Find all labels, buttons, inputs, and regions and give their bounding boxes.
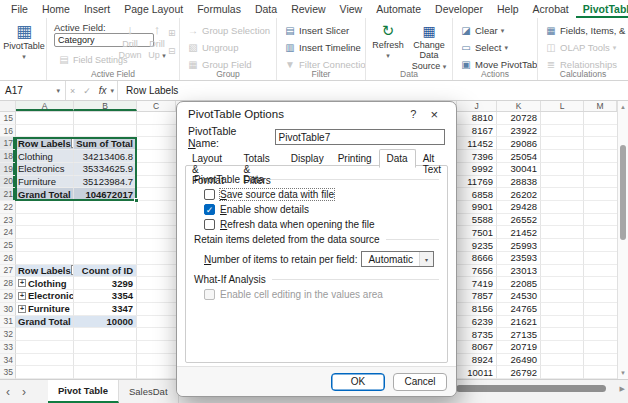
retain-items-dropdown[interactable]: Automatic ▾ — [361, 251, 433, 267]
cell-j16[interactable]: 8167 — [457, 125, 497, 138]
cell-j29[interactable]: 7857 — [457, 290, 497, 303]
cell-c23[interactable] — [137, 214, 176, 227]
row-header-24[interactable]: 24 — [0, 226, 16, 239]
cell-c29[interactable] — [137, 290, 176, 303]
cell-a27[interactable]: Row Labels▾ — [16, 265, 74, 278]
cell-m20[interactable] — [584, 176, 617, 189]
row-header-28[interactable]: 28 — [0, 277, 16, 290]
cell-a31[interactable]: Grand Total — [16, 316, 74, 329]
refresh-button[interactable]: ↻ Refresh ▾ — [370, 22, 406, 60]
cell-m27[interactable] — [584, 265, 617, 278]
name-box[interactable]: A17 ▾ — [0, 81, 66, 100]
save-source-data-with-file-checkbox[interactable]: Save source data with file — [204, 189, 439, 200]
ok-button[interactable]: OK — [331, 373, 385, 391]
cell-j30[interactable]: 8156 — [457, 303, 497, 316]
column-header-l[interactable]: L — [541, 101, 584, 111]
cell-b24[interactable] — [74, 226, 137, 239]
cell-m29[interactable] — [584, 290, 617, 303]
cell-b20[interactable]: 35123984.7 — [74, 176, 137, 189]
cell-j17[interactable]: 11452 — [457, 137, 497, 150]
cell-k31[interactable]: 21621 — [497, 316, 541, 329]
cell-j18[interactable]: 7396 — [457, 150, 497, 163]
cell-m24[interactable] — [584, 226, 617, 239]
cell-m23[interactable] — [584, 214, 617, 227]
cell-a15[interactable] — [16, 112, 74, 125]
cell-c31[interactable] — [137, 316, 176, 329]
cell-l16[interactable] — [541, 125, 584, 138]
column-header-c[interactable]: C — [137, 101, 176, 111]
dialog-tab-printing[interactable]: Printing — [331, 151, 379, 167]
cell-a29[interactable]: +Electronics — [16, 290, 74, 303]
cell-b29[interactable]: 3354 — [74, 290, 137, 303]
row-header-25[interactable]: 25 — [0, 239, 16, 252]
expand-item-icon[interactable]: + — [18, 305, 26, 313]
cell-l24[interactable] — [541, 226, 584, 239]
cell-m19[interactable] — [584, 163, 617, 176]
cell-b32[interactable] — [74, 328, 137, 341]
cell-k16[interactable]: 23922 — [497, 125, 541, 138]
cell-b23[interactable] — [74, 214, 137, 227]
cell-c27[interactable] — [137, 265, 176, 278]
help-icon[interactable]: ? — [403, 108, 423, 120]
row-header-34[interactable]: 34 — [0, 354, 16, 367]
cell-m18[interactable] — [584, 150, 617, 163]
horizontal-scrollbar-thumb[interactable] — [456, 385, 606, 392]
pivottable-button[interactable]: ▦ PivotTable ▾ — [6, 23, 42, 61]
formula-cancel-icon[interactable]: × — [66, 86, 79, 96]
row-header-22[interactable]: 22 — [0, 201, 16, 214]
cell-l32[interactable] — [541, 328, 584, 341]
cell-a24[interactable] — [16, 226, 74, 239]
cell-c28[interactable] — [137, 277, 176, 290]
row-header-20[interactable]: 20 — [0, 176, 16, 189]
cell-j22[interactable]: 9901 — [457, 201, 497, 214]
cell-k28[interactable]: 22085 — [497, 277, 541, 290]
cell-k24[interactable]: 21452 — [497, 226, 541, 239]
row-header-32[interactable]: 32 — [0, 328, 16, 341]
insert-slicer-button[interactable]: ▤Insert Slicer — [277, 22, 365, 39]
cell-b27[interactable]: Count of ID — [74, 265, 137, 278]
fields-items-sets-button[interactable]: ▦Fields, Items, & Sets▾ — [538, 22, 628, 39]
cell-c34[interactable] — [137, 354, 176, 367]
chevron-down-icon[interactable]: ▾ — [419, 252, 433, 266]
dialog-tab-alt-text[interactable]: Alt Text — [416, 151, 448, 167]
cell-c17[interactable] — [137, 137, 176, 150]
cell-j28[interactable]: 7419 — [457, 277, 497, 290]
row-header-29[interactable]: 29 — [0, 290, 16, 303]
cell-k19[interactable]: 30041 — [497, 163, 541, 176]
cell-k21[interactable]: 26202 — [497, 188, 541, 201]
cell-k27[interactable]: 23013 — [497, 265, 541, 278]
cell-k18[interactable]: 25054 — [497, 150, 541, 163]
cell-l26[interactable] — [541, 252, 584, 265]
horizontal-scrollbar[interactable]: ▶ — [455, 383, 628, 394]
column-header-b[interactable]: B — [74, 101, 137, 111]
cell-l20[interactable] — [541, 176, 584, 189]
dialog-tab-display[interactable]: Display — [284, 151, 331, 167]
cell-k22[interactable]: 29428 — [497, 201, 541, 214]
cell-a18[interactable]: Clothing — [16, 150, 74, 163]
sheet-nav-right-icon[interactable]: › — [16, 380, 32, 403]
ribbon-tab-pivottable-analyze[interactable]: PivotTable Analyze — [576, 1, 628, 18]
cell-c33[interactable] — [137, 341, 176, 354]
row-header-15[interactable]: 15 — [0, 112, 16, 125]
cell-j23[interactable]: 5588 — [457, 214, 497, 227]
cell-m31[interactable] — [584, 316, 617, 329]
dialog-tab-totals-filters[interactable]: Totals & Filters — [237, 151, 284, 167]
cell-m28[interactable] — [584, 277, 617, 290]
cell-c24[interactable] — [137, 226, 176, 239]
cell-j27[interactable]: 7656 — [457, 265, 497, 278]
ribbon-tab-developer[interactable]: Developer — [428, 1, 490, 18]
ribbon-tab-help[interactable]: Help — [490, 1, 526, 18]
cell-a26[interactable] — [16, 252, 74, 265]
cell-m15[interactable] — [584, 112, 617, 125]
cell-j32[interactable]: 8735 — [457, 328, 497, 341]
ribbon-tab-page-layout[interactable]: Page Layout — [117, 1, 190, 18]
cell-k29[interactable]: 24530 — [497, 290, 541, 303]
scroll-up-icon[interactable]: ▲ — [618, 104, 628, 110]
cell-a34[interactable] — [16, 354, 74, 367]
select-all-corner[interactable] — [0, 101, 16, 111]
expand-item-icon[interactable]: + — [18, 292, 26, 300]
formula-bar-value[interactable]: Row Labels — [117, 81, 628, 100]
cell-j20[interactable]: 11769 — [457, 176, 497, 189]
dialog-tab-data[interactable]: Data — [379, 149, 416, 168]
cell-k32[interactable]: 27135 — [497, 328, 541, 341]
